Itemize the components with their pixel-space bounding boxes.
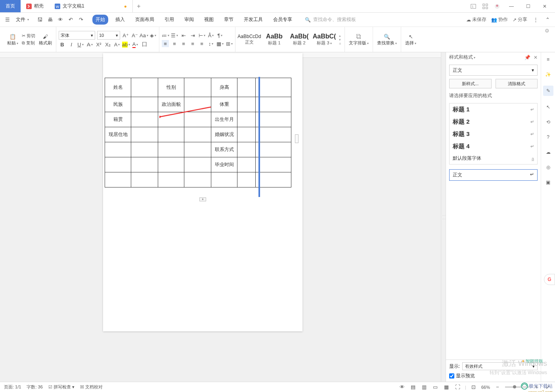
table-cell[interactable] [237,142,256,157]
style-h3[interactable]: AaBbC(标题 3 [313,33,336,46]
table-cell[interactable] [237,157,256,172]
table-cell[interactable] [105,142,131,157]
align-distribute-icon[interactable]: ≡ [198,40,205,47]
show-preview-checkbox[interactable]: 显示预览 [449,373,538,379]
collapse-ribbon-icon[interactable]: ⌃ [544,16,551,23]
table-cell[interactable] [237,78,256,97]
redo-icon[interactable]: ↷ [77,16,84,23]
print-icon[interactable]: 🖶 [46,16,54,23]
char-border-icon[interactable]: 囗 [141,41,148,48]
expand-icon[interactable]: ⤢ [544,384,551,391]
table-cell[interactable] [158,142,184,157]
table-cell[interactable] [256,172,291,187]
bullets-icon[interactable]: ≔ [162,32,169,39]
settings-sidebar-icon[interactable]: ⟲ [544,118,552,126]
close-icon[interactable]: ✕ [534,55,538,60]
table-cell[interactable] [237,97,256,112]
shading-icon[interactable]: ▦ [216,40,224,47]
window-maximize-button[interactable]: ☐ [522,2,534,11]
style-item-h1[interactable]: 标题 1↵ [450,103,537,116]
style-h2[interactable]: AaBb(标题 2 [288,33,311,46]
zoom-in-icon[interactable]: + [533,384,540,391]
font-name-select[interactable]: 宋体▾ [59,31,95,40]
paste-button[interactable]: 📋 粘贴 [6,33,20,46]
table-cell[interactable]: 联系方式 [211,142,237,157]
menu-tab-devtools[interactable]: 开发工具 [241,15,266,25]
style-item-h4[interactable]: 标题 4↵ [450,140,537,153]
table-cell[interactable] [256,97,291,112]
table-cell[interactable]: 姓名 [105,78,131,97]
applied-style-field[interactable]: 正文↵ [449,169,538,181]
table-cell[interactable] [256,157,291,172]
menu-tab-review[interactable]: 审阅 [181,15,197,25]
table-cell[interactable] [158,112,184,127]
style-normal[interactable]: AaBbCcDd正文 [238,34,261,45]
spell-check-toggle[interactable]: ☑ 拼写检查 ▾ [48,384,75,390]
table-cell[interactable] [256,142,291,157]
help-sidebar-icon[interactable]: ? [544,133,552,141]
page-indicator[interactable]: 页面: 1/1 [4,384,21,390]
user-avatar-icon[interactable] [494,3,500,10]
table-cell[interactable] [237,172,256,187]
table-cell[interactable]: 性别 [158,78,184,97]
underline-icon[interactable]: U [77,41,84,48]
table-cell[interactable] [131,172,158,187]
table-cell[interactable]: 民族 [105,97,131,112]
find-replace-button[interactable]: 🔍查找替换 [375,33,398,46]
floating-badge[interactable]: G [544,274,555,285]
table-cell[interactable] [105,172,131,187]
eye-mode-icon[interactable]: 👁 [398,384,406,391]
table-cell[interactable] [256,112,291,127]
table-cell[interactable] [131,78,158,97]
table-cell[interactable] [256,78,291,97]
panel-title[interactable]: 样式和格式 [449,54,475,61]
table-cell[interactable] [237,127,256,142]
menu-tab-start[interactable]: 开始 [92,15,108,25]
indent-dec-icon[interactable]: ⇤ [180,32,187,39]
menu-tab-insert[interactable]: 插入 [112,15,128,25]
table-cell[interactable] [131,142,158,157]
print-preview-icon[interactable]: 👁 [57,16,64,23]
new-style-button[interactable]: 新样式... [449,79,492,88]
window-close-button[interactable]: ✕ [539,2,550,11]
table-cell[interactable]: 毕业时间 [211,157,237,172]
page-view-icon[interactable]: ▤ [410,384,417,391]
table-cell[interactable] [256,127,291,142]
superscript-icon[interactable]: X² [95,41,102,48]
sidebar-toggle-icon[interactable]: ≡ [544,55,552,63]
fullscreen-icon[interactable]: ⛶ [454,384,461,391]
table-cell[interactable] [184,142,211,157]
pin-icon[interactable]: 📌 [524,55,530,60]
shrink-font-icon[interactable]: A⁻ [131,32,138,39]
sort-icon[interactable]: Å [207,32,214,39]
text-layout-button[interactable]: ⿻文字排版 [347,33,370,46]
table-cell[interactable] [237,112,256,127]
resume-table[interactable]: 姓名性别身高 民族政治面貌体重 籍贯出生年月 现居住地婚姻状况 联系方式 毕业时… [105,78,291,187]
smart-layout-badge[interactable]: 智能排版 [521,358,543,364]
undo-icon[interactable]: ↶ [67,16,74,23]
select-button[interactable]: ↖选择 [404,33,418,46]
task-pane-grip[interactable]: ⋮⋮ [441,52,446,382]
proofread-toggle[interactable]: ☒ 文档校对 [80,384,103,390]
styles-sidebar-icon[interactable]: ✎ [543,86,553,96]
clear-format-icon[interactable]: ◈ [149,32,157,39]
table-cell[interactable] [131,127,158,142]
table-cell[interactable] [184,172,211,187]
collab-button[interactable]: 👥协作 [491,16,508,23]
italic-icon[interactable]: I [68,41,75,48]
table-cell[interactable]: 政治面貌 [158,97,184,112]
current-style-select[interactable]: 正文▾ [449,65,538,76]
table-cell[interactable] [184,112,211,127]
table-cell[interactable]: 现居住地 [105,127,131,142]
table-cell[interactable] [184,157,211,172]
file-menu[interactable]: 文件 [13,16,31,23]
table-cell[interactable] [184,78,211,97]
menu-tab-member[interactable]: 会员专享 [270,15,295,25]
strike-icon[interactable]: A̶ [86,41,93,48]
table-cell[interactable]: 出生年月 [211,112,237,127]
align-center-icon[interactable]: ≡ [171,40,178,47]
show-marks-icon[interactable]: ¶ [216,32,224,39]
menu-tab-reference[interactable]: 引用 [161,15,177,25]
location-sidebar-icon[interactable]: ◎ [544,163,552,171]
table-cell[interactable] [158,157,184,172]
